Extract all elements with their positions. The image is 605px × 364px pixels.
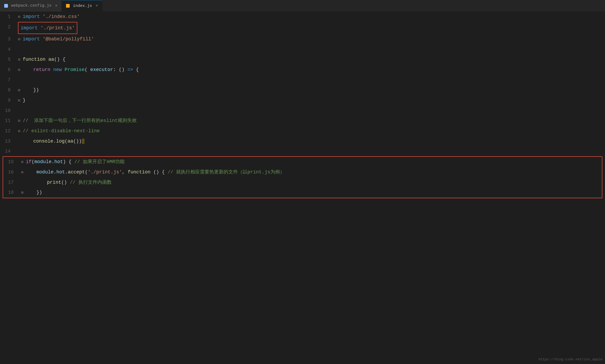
- token: if: [26, 159, 32, 164]
- collapse-15[interactable]: ⊟: [21, 157, 26, 167]
- token: .: [65, 169, 68, 175]
- highlight-box-line2: import './print.js': [18, 22, 77, 34]
- line-content-11: ⊟// 添加下面一句后，下一行所有的eslint规则失效: [16, 116, 605, 126]
- line-content-3: ⊟import '@babel/pollyfill': [16, 34, 605, 44]
- collapse-3[interactable]: ⊟: [18, 34, 23, 44]
- collapse-11[interactable]: ⊟: [18, 116, 23, 126]
- token: [50, 67, 53, 72]
- token: new: [53, 67, 62, 72]
- line-num-2: 2: [0, 22, 16, 32]
- token: }): [33, 87, 39, 93]
- token: executor: [90, 67, 113, 72]
- code-line-9: 9 ⊟}: [0, 95, 605, 106]
- code-line-15: 15 ⊟if(module.hot) { // 如果开启了HMR功能: [3, 157, 602, 167]
- token: return: [33, 67, 50, 72]
- token: ) {: [63, 159, 74, 164]
- line-num-8: 8: [0, 85, 16, 95]
- line-content-5: ⊟function aa() {: [16, 54, 605, 65]
- token: aa: [68, 139, 73, 144]
- token: print: [47, 180, 61, 185]
- tab-webpack-config[interactable]: webpack.config.js ×: [0, 0, 62, 12]
- collapse-8[interactable]: ⊟: [18, 85, 23, 95]
- webpack-icon: [4, 4, 8, 8]
- token: import: [21, 25, 38, 31]
- token: [45, 57, 48, 62]
- token: hot: [54, 159, 63, 164]
- collapse-9[interactable]: ⊟: [18, 96, 23, 106]
- token: function: [128, 169, 150, 175]
- editor-area: 1 ⊟import './index.css' 2 import './prin…: [0, 12, 605, 198]
- token: [62, 67, 65, 72]
- collapse-5[interactable]: ⊟: [18, 55, 23, 65]
- collapse-12[interactable]: ⊟: [18, 126, 23, 136]
- token: './print.js': [88, 169, 122, 175]
- collapse-16[interactable]: ⊟: [21, 167, 26, 177]
- line-num-13: 13: [0, 136, 16, 146]
- line-content-14: [16, 146, 605, 156]
- line-content-12: ⊟// eslint-disable-next-line: [16, 126, 605, 136]
- token: log: [56, 139, 64, 144]
- token: }: [23, 98, 26, 103]
- token: [38, 25, 41, 31]
- code-line-1: 1 ⊟import './index.css': [0, 12, 605, 22]
- line-num-5: 5: [0, 54, 16, 64]
- watermark: https://blog.csdn.net/zxo_apple: [538, 357, 602, 361]
- code-line-16: 16 ⊟module.hot.accept('./print.js', func…: [3, 167, 602, 177]
- token: .: [54, 169, 56, 175]
- token: module: [36, 169, 54, 175]
- token: (: [65, 139, 68, 144]
- token: (: [85, 169, 88, 175]
- token: {: [133, 67, 139, 72]
- line-num-7: 7: [0, 75, 16, 85]
- tab-indexjs-close[interactable]: ×: [96, 4, 98, 8]
- line-content-4: [16, 44, 605, 54]
- token: function: [23, 57, 45, 62]
- token: : (): [113, 67, 127, 72]
- line-content-7: [16, 75, 605, 85]
- line-content-17: print() // 执行文件内函数: [19, 177, 602, 187]
- token: // 就执行相应需要热更新的文件（以print.js为例）: [168, 169, 285, 175]
- token: '@babel/pollyfill': [43, 36, 94, 42]
- line-num-9: 9: [0, 95, 16, 105]
- token: =>: [127, 67, 133, 72]
- line-num-1: 1: [0, 12, 16, 22]
- line-num-14: 14: [0, 146, 16, 156]
- token: [40, 36, 43, 42]
- line-content-15: ⊟if(module.hot) { // 如果开启了HMR功能: [19, 157, 602, 167]
- tab-webpack-close[interactable]: ×: [55, 4, 57, 8]
- line-num-11: 11: [0, 116, 16, 126]
- line-content-8: ⊟}): [16, 85, 605, 95]
- tab-webpack-label: webpack.config.js: [11, 3, 51, 8]
- collapse-1[interactable]: ⊟: [18, 12, 23, 22]
- code-line-8: 8 ⊟}): [0, 85, 605, 95]
- token: [40, 14, 43, 19]
- token: // 如果开启了HMR功能: [74, 159, 125, 164]
- line-content-18: ⊟}): [19, 187, 602, 198]
- token: './print.js': [41, 25, 75, 31]
- collapse-6[interactable]: ⊟: [18, 65, 23, 75]
- code-line-7: 7: [0, 75, 605, 85]
- tab-indexjs-label: index.js: [73, 4, 92, 8]
- code-line-3: 3 ⊟import '@babel/pollyfill': [0, 34, 605, 44]
- line-content-1: ⊟import './index.css': [16, 12, 605, 22]
- token: ()): [73, 139, 82, 144]
- code-line-10: 10: [0, 106, 605, 116]
- token: aa: [48, 57, 54, 62]
- code-line-5: 5 ⊟function aa() {: [0, 54, 605, 65]
- collapse-18[interactable]: ⊟: [21, 188, 26, 198]
- tab-index-js[interactable]: index.js ×: [62, 0, 102, 12]
- line-num-16: 16: [3, 167, 19, 177]
- token: () {: [150, 169, 168, 175]
- code-line-6: 6 ⊟return new Promise( executor: () => {: [0, 65, 605, 75]
- token: }): [36, 190, 42, 195]
- token: .: [53, 139, 56, 144]
- code-line-14: 14: [0, 146, 605, 156]
- token: import: [23, 36, 40, 42]
- cursor: [82, 139, 85, 144]
- token: hot: [56, 169, 65, 175]
- token: (: [32, 159, 35, 164]
- red-border-section: 15 ⊟if(module.hot) { // 如果开启了HMR功能 16 ⊟m…: [3, 156, 602, 198]
- line-num-17: 17: [3, 177, 19, 187]
- token: () {: [54, 57, 65, 62]
- token: // 添加下面一句后，下一行所有的eslint规则失效: [23, 118, 137, 123]
